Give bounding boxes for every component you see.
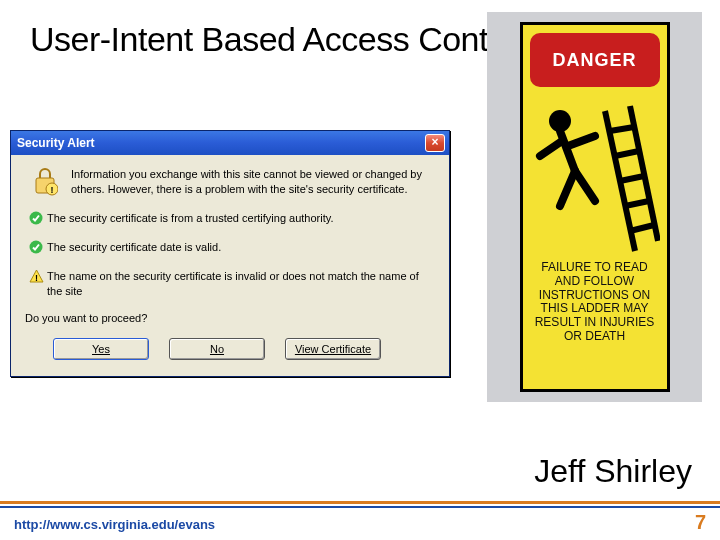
footer-rule-blue xyxy=(0,506,720,508)
dialog-titlebar[interactable]: Security Alert × xyxy=(11,131,449,155)
svg-text:!: ! xyxy=(51,185,54,195)
svg-line-9 xyxy=(615,151,639,156)
page-number: 7 xyxy=(695,511,706,534)
slide: User-Intent Based Access Control Securit… xyxy=(0,0,720,540)
cert-item-text: The security certificate is from a trust… xyxy=(47,211,435,226)
footer-url: http://www.cs.virginia.edu/evans xyxy=(14,517,215,532)
danger-sign-photo: DANGER xyxy=(487,12,702,402)
cert-item-row: ! The name on the security certificate i… xyxy=(25,269,435,299)
svg-line-8 xyxy=(610,127,634,131)
author-name: Jeff Shirley xyxy=(534,453,692,490)
falling-person-ladder-icon xyxy=(530,91,660,261)
cert-item-text: The name on the security certificate is … xyxy=(47,269,435,299)
svg-line-10 xyxy=(620,176,644,181)
svg-line-16 xyxy=(568,136,595,146)
view-certificate-button[interactable]: View Certificate xyxy=(285,338,381,360)
dialog-intro-row: ! Information you exchange with this sit… xyxy=(25,167,435,197)
dialog-title: Security Alert xyxy=(15,136,425,150)
proceed-text: Do you want to proceed? xyxy=(25,312,435,324)
danger-warning-text: FAILURE TO READ AND FOLLOW INSTRUCTIONS … xyxy=(530,261,660,344)
warning-icon: ! xyxy=(25,269,47,283)
check-icon xyxy=(25,211,47,225)
svg-line-11 xyxy=(625,201,649,206)
dialog-intro-text: Information you exchange with this site … xyxy=(71,167,435,197)
dialog-buttons: Yes No View Certificate xyxy=(25,338,435,360)
cert-item-text: The security certificate date is valid. xyxy=(47,240,435,255)
footer-rule-orange xyxy=(0,501,720,504)
danger-sign: DANGER xyxy=(520,22,670,392)
close-icon[interactable]: × xyxy=(425,134,445,152)
security-alert-dialog: Security Alert × ! Information you excha… xyxy=(10,130,450,377)
svg-line-7 xyxy=(630,106,658,241)
svg-line-12 xyxy=(630,225,654,231)
no-button[interactable]: No xyxy=(169,338,265,360)
svg-line-14 xyxy=(560,131,575,171)
svg-line-17 xyxy=(560,171,575,206)
svg-line-15 xyxy=(540,141,562,156)
cert-item-row: The security certificate is from a trust… xyxy=(25,211,435,226)
cert-item-row: The security certificate date is valid. xyxy=(25,240,435,255)
slide-title: User-Intent Based Access Control xyxy=(30,20,524,59)
danger-header: DANGER xyxy=(530,33,660,87)
svg-text:!: ! xyxy=(35,273,38,283)
check-icon xyxy=(25,240,47,254)
svg-line-18 xyxy=(575,171,595,201)
lock-warning-icon: ! xyxy=(25,167,65,197)
danger-label: DANGER xyxy=(552,50,636,71)
dialog-body: ! Information you exchange with this sit… xyxy=(11,155,449,376)
yes-button[interactable]: Yes xyxy=(53,338,149,360)
